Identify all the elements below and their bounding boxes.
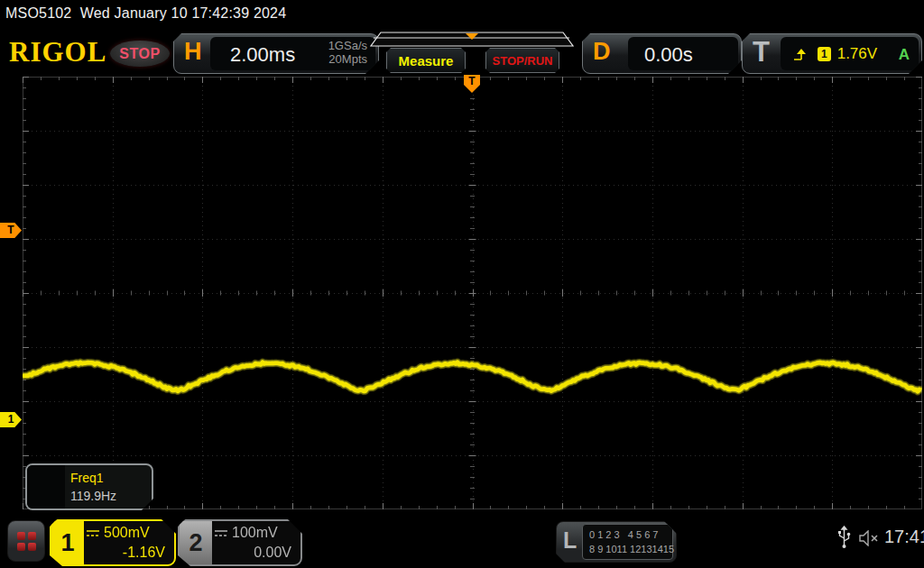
trigger-level-marker[interactable]: T [0, 223, 22, 238]
delay-inner: 0.00s [628, 37, 738, 70]
channel1-position-marker[interactable]: 1 [0, 412, 22, 427]
model-and-datetime: MSO5102 Wed January 10 17:42:39 2024 [5, 5, 286, 22]
logic-channel-list: 0 1 2 3 4 5 6 7 8 9 1011 12131415 [582, 524, 673, 560]
channel2-values: 100mV 0.00V [214, 523, 293, 563]
channel2-offset: 0.00V [254, 545, 291, 561]
measure-button[interactable]: Measure [386, 48, 466, 73]
trigger-source-chip: 1 [818, 47, 831, 61]
run-state-indicator: STOP [110, 41, 170, 67]
trigger-level-label: T [7, 224, 14, 236]
sample-rate: 1GSa/s [328, 40, 367, 53]
sample-rate-block: 1GSa/s 20Mpts [328, 40, 367, 67]
channel1-values: 500mV -1.16V [86, 523, 167, 563]
measurement-value: 119.9Hz [70, 489, 116, 503]
trigger-inner: 1 1.76V A [781, 37, 919, 70]
bottom-status-bar: 1 500mV -1.16V 2 [0, 518, 924, 568]
quick-menu-button[interactable] [7, 520, 45, 562]
run-state-label: STOP [119, 46, 160, 62]
channel1-marker-label: 1 [8, 413, 14, 426]
memory-depth: 20Mpts [328, 53, 367, 67]
timebase-inner: 2.00ms 1GSa/s 20Mpts [210, 37, 375, 70]
channel1-number: 1 [51, 521, 84, 564]
delay-box[interactable]: D 0.00s [582, 33, 742, 74]
logic-analyzer-letter: L [563, 527, 577, 554]
trigger-letter: T [753, 36, 770, 69]
oscilloscope-ui: MSO5102 Wed January 10 17:42:39 2024 RIG… [0, 0, 924, 568]
measurement-box-shade [27, 465, 65, 508]
trigger-mode: A [899, 46, 910, 64]
logic-analyzer-badge[interactable]: L 0 1 2 3 4 5 6 7 8 9 1011 12131415 [556, 521, 677, 563]
stop-run-label: STOP/RUN [493, 54, 553, 68]
logic-channels-row2: 8 9 1011 12131415 [589, 542, 672, 557]
logic-channels-row1: 0 1 2 3 4 5 6 7 [589, 527, 672, 543]
delay-letter: D [593, 38, 611, 66]
channel2-scale: 100mV [232, 525, 278, 541]
trigger-position-label: T [468, 75, 475, 87]
graticule-canvas [23, 77, 922, 509]
grid-icon [17, 532, 36, 551]
top-info-bar: MSO5102 Wed January 10 17:42:39 2024 [0, 0, 924, 29]
usb-icon [837, 526, 851, 549]
measurement-result-box[interactable]: Freq1 119.9Hz [25, 463, 153, 510]
trigger-level-value: 1.76V [837, 45, 877, 63]
channel1-offset: -1.16V [123, 545, 165, 561]
trigger-box[interactable]: T 1 1.76V A [742, 33, 922, 74]
clock: 17:41 [884, 527, 924, 547]
channel2-number: 2 [180, 521, 212, 564]
channel2-badge[interactable]: 2 100mV 0.00V [178, 519, 302, 566]
memory-position-indicator[interactable] [370, 32, 574, 47]
dc-coupling-icon [86, 528, 100, 537]
channel1-badge[interactable]: 1 500mV -1.16V [50, 519, 176, 566]
horizontal-timebase-box[interactable]: H 2.00ms 1GSa/s 20Mpts [173, 33, 379, 74]
timebase-letter: H [184, 38, 202, 66]
header-bar: RIGOL STOP H 2.00ms 1GSa/s 20Mpts Measur… [0, 29, 924, 74]
measure-label: Measure [399, 53, 454, 69]
delay-value: 0.00s [644, 43, 693, 67]
stop-run-button[interactable]: STOP/RUN [485, 48, 559, 73]
timebase-value: 2.00ms [230, 43, 295, 67]
rising-edge-icon [793, 47, 808, 61]
speaker-muted-icon[interactable] [858, 530, 882, 546]
waveform-display-area: T T 1 Freq1 119.9Hz [23, 77, 922, 509]
dc-coupling-icon [214, 528, 228, 537]
measurement-name: Freq1 [70, 471, 104, 485]
rigol-logo: RIGOL [9, 36, 106, 69]
channel1-scale: 500mV [104, 525, 150, 541]
